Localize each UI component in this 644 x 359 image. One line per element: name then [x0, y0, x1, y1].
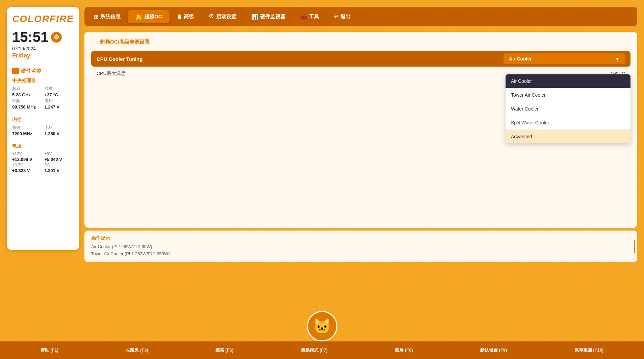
date-display: 07/19/2024 — [12, 46, 74, 51]
cpu-cooler-row: CPU Cooler Tuning Air Cooler ▼ — [91, 51, 630, 67]
mem-freq-label: 频率 — [12, 125, 42, 130]
cpu-ext-label: 外频 — [12, 98, 42, 104]
top-nav: ⊞ 系统信息 🔔 超频OC ♛ 高级 ⏱ 启动设置 📊 硬件监视器 🧰 工具 ↩… — [84, 7, 637, 26]
dropdown-menu: Air Cooler Tower Air Cooler Water Cooler… — [506, 74, 630, 143]
boot-icon: ⏱ — [209, 14, 214, 20]
volt-stats: +12V +5V +12.096 V +5.040 V +3.3V SA +3.… — [12, 151, 74, 173]
tools-icon: 🧰 — [300, 14, 307, 20]
mascot: 🐱 — [307, 311, 337, 341]
hw-monitor-heading: 硬件监控 — [12, 68, 74, 74]
tips-title: 操作提示 — [91, 235, 630, 241]
cpu-temp-label: 温度 — [45, 86, 74, 92]
defaults-button[interactable]: 默认设置 (F9) — [480, 347, 507, 353]
sa-value: 1.301 V — [45, 168, 74, 173]
dropdown-option-advanced[interactable]: Advanced — [506, 130, 630, 143]
screenshot-button[interactable]: 截屏 (F8) — [395, 347, 413, 353]
search-button[interactable]: 搜索 (F6) — [215, 347, 233, 353]
sa-label: SA — [45, 163, 74, 167]
nav-sysinfo-label: 系统信息 — [100, 14, 121, 20]
mem-volt-value: 1.350 V — [45, 131, 74, 136]
sidebar: COLORFIRE 15:51 ⚙ 07/19/2024 Friday 硬件监控… — [7, 7, 79, 250]
nav-hwmon-label: 硬件监视器 — [260, 14, 285, 20]
mem-stats: 频率 电压 7200 MHz 1.350 V — [12, 125, 74, 136]
divider-3 — [12, 140, 74, 140]
divider-1 — [12, 64, 74, 64]
exit-icon: ↩ — [334, 14, 338, 20]
favorites-button[interactable]: 收藏夹 (F3) — [126, 347, 148, 353]
cpu-section-title: 中央处理器 — [12, 78, 74, 84]
help-button[interactable]: 帮助 (F1) — [41, 347, 58, 353]
clock: 15:51 ⚙ — [12, 29, 74, 45]
v12-label: +12V — [12, 151, 42, 156]
nav-sysinfo[interactable]: ⊞ 系统信息 — [86, 10, 128, 23]
sysinfo-icon: ⊞ — [94, 14, 98, 20]
nav-advanced[interactable]: ♛ 高级 — [170, 10, 201, 23]
simple-mode-button[interactable]: 简易模式 (F7) — [301, 347, 328, 353]
v33-label: +3.3V — [12, 163, 42, 167]
cpu-volt-value: 1.247 V — [45, 104, 74, 110]
hwmon-icon: 📊 — [251, 14, 258, 20]
nav-advanced-label: 高级 — [184, 14, 194, 20]
time-display: 15:51 — [12, 29, 48, 45]
nav-exit-label: 退出 — [340, 14, 351, 20]
nav-boot-label: 启动设置 — [216, 14, 236, 20]
app-logo: COLORFIRE — [12, 14, 74, 24]
bottom-bar: 帮助 (F1) 收藏夹 (F3) 搜索 (F6) 简易模式 (F7) 截屏 (F… — [0, 341, 644, 359]
v5-value: +5.040 V — [45, 157, 74, 162]
advanced-icon: ♛ — [177, 14, 182, 20]
tips-section: 操作提示 Air Cooler (PL1 95W/PL2 95W) Tower … — [84, 231, 637, 262]
cpu-freq-value: 5.28 GHz — [12, 92, 42, 97]
cooler-type-dropdown[interactable]: Air Cooler ▼ — [504, 53, 625, 64]
cpu-freq-label: 频率 — [12, 86, 42, 92]
v33-value: +3.328 V — [12, 168, 42, 173]
nav-tools[interactable]: 🧰 工具 — [293, 10, 327, 23]
dropdown-selected-value: Air Cooler — [509, 56, 532, 62]
nav-boot[interactable]: ⏱ 启动设置 — [201, 10, 244, 23]
dropdown-option-water-cooler[interactable]: Water Cooler — [506, 102, 630, 116]
tips-line2: Tower Air Cooler (PL1 253W/PL2 253W) — [91, 250, 630, 258]
cpu-volt-label: 电压 — [45, 98, 74, 104]
dropdown-arrow-icon: ▼ — [615, 56, 620, 62]
v12-value: +12.096 V — [12, 157, 42, 162]
day-display: Friday — [12, 52, 74, 59]
mem-section-title: 内存 — [12, 117, 74, 123]
mem-freq-value: 7200 MHz — [12, 131, 42, 136]
volt-section-title: 电压 — [12, 143, 74, 149]
breadcrumb: 超频OC\高级电源设置 — [100, 39, 150, 45]
dropdown-option-air-cooler[interactable]: Air Cooler — [506, 74, 630, 88]
dropdown-option-tower-air-cooler[interactable]: Tower Air Cooler — [506, 88, 630, 102]
cpu-ext-value: 99.756 MHz — [12, 104, 42, 110]
save-reboot-button[interactable]: 保存重启 (F10) — [574, 347, 604, 353]
nav-oc-label: 超频OC — [144, 14, 162, 20]
scrollbar[interactable] — [634, 240, 635, 253]
v5-label: +5V — [45, 151, 74, 156]
nav-tools-label: 工具 — [309, 14, 319, 20]
content-area: ← 超频OC\高级电源设置 CPU Cooler Tuning Air Cool… — [84, 32, 637, 228]
gear-icon: ⚙ — [51, 32, 62, 43]
oc-icon: 🔔 — [135, 14, 142, 20]
nav-oc[interactable]: 🔔 超频OC — [128, 10, 170, 23]
mem-volt-label: 电压 — [45, 125, 74, 130]
breadcrumb-row: ← 超频OC\高级电源设置 — [91, 39, 630, 46]
cpu-stats: 频率 温度 5.28 GHz +37 °C 外频 电压 99.756 MHz 1… — [12, 86, 74, 110]
hw-monitor-icon — [12, 68, 19, 74]
nav-hwmon[interactable]: 📊 硬件监视器 — [244, 10, 293, 23]
tips-line1: Air Cooler (PL1 95W/PL2 95W) — [91, 243, 630, 250]
cpu-cooler-label: CPU Cooler Tuning — [97, 56, 504, 62]
main-area: ⊞ 系统信息 🔔 超频OC ♛ 高级 ⏱ 启动设置 📊 硬件监视器 🧰 工具 ↩… — [84, 7, 637, 352]
back-button[interactable]: ← — [91, 39, 97, 46]
nav-exit[interactable]: ↩ 退出 — [327, 10, 358, 23]
dropdown-option-split-water-cooler[interactable]: Split Water Cooler — [506, 116, 630, 130]
cpu-temp-value: +37 °C — [45, 92, 74, 97]
mascot-icon: 🐱 — [307, 311, 337, 341]
divider-2 — [12, 113, 74, 113]
